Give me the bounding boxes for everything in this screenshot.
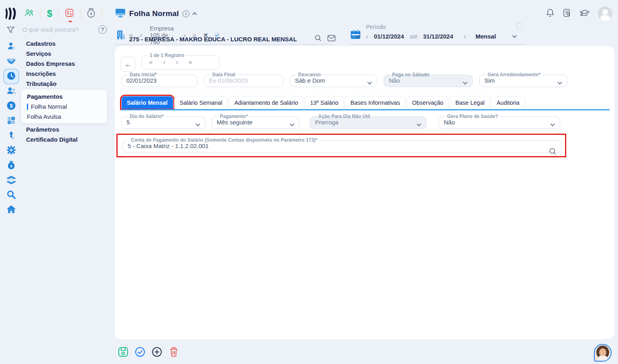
- tab-13-salario[interactable]: 13º Salário: [305, 96, 344, 109]
- dia-salario-value[interactable]: 5: [126, 119, 200, 126]
- prev-period-button[interactable]: ‹: [366, 33, 368, 40]
- sidebar-item-cadastros[interactable]: Cadastros: [26, 39, 110, 49]
- sidebar-item-inscricoes[interactable]: Inscrições: [26, 69, 110, 79]
- rail-search-icon[interactable]: [2, 187, 20, 202]
- rail-user-gear-icon[interactable]: [2, 39, 20, 53]
- sidebar-item-folha-normal[interactable]: Folha Normal: [27, 103, 107, 110]
- sidebar-menu: Cadastros Serviços Dados Empresas Inscri…: [26, 39, 110, 89]
- sidebar-item-pagamentos[interactable]: Pagamentos: [27, 93, 107, 100]
- sidebar-item-parametros[interactable]: Parâmetros: [26, 124, 77, 134]
- tab-auditoria[interactable]: Auditoria: [491, 96, 525, 109]
- sidebar-item-folha-avulsa[interactable]: Folha Avulsa: [27, 113, 107, 120]
- search-placeholder: O que você procura?: [22, 26, 79, 33]
- rail-dollar-circle-icon[interactable]: $: [2, 98, 20, 113]
- period-mode-chevron-icon[interactable]: [512, 33, 516, 38]
- avatar-shirt: [598, 356, 608, 361]
- gera-plano-saude-select[interactable]: Gera Plano de Saúde? Não: [439, 114, 560, 129]
- paga-sabado-value: Não: [389, 77, 468, 84]
- delete-button[interactable]: [167, 345, 181, 359]
- rail-increase-icon[interactable]: [2, 128, 20, 142]
- data-final-field[interactable]: Data Final Ex 01/09/2025: [204, 72, 283, 87]
- conta-pagamento-field[interactable]: Conta de Pagamento do Salário (Somente C…: [122, 137, 562, 153]
- sidebar-item-dados-empresas[interactable]: Dados Empresas: [26, 59, 110, 69]
- tab-adiantamento-salario[interactable]: Adiantamento de Salário: [229, 96, 304, 109]
- dollar-module-icon[interactable]: $: [47, 9, 52, 18]
- sidebar-item-tributacao[interactable]: Tributação: [26, 79, 110, 89]
- tab-salario-semanal[interactable]: Salário Semanal: [174, 96, 228, 109]
- page-title-bar: Folha Normal i: [115, 8, 196, 19]
- help-icon[interactable]: ?: [98, 25, 107, 34]
- period-start-date[interactable]: 01/12/2024: [374, 33, 404, 40]
- people-module-icon[interactable]: [24, 8, 35, 19]
- rail-moneybag-icon[interactable]: $: [2, 157, 20, 172]
- notifications-bell-icon[interactable]: [546, 8, 555, 19]
- dia-salario-select[interactable]: Dia do Salário* 5: [121, 114, 205, 129]
- envelope-icon[interactable]: [327, 35, 335, 43]
- building-icon: [116, 30, 126, 42]
- sidebar-item-servicos[interactable]: Serviços: [26, 49, 110, 59]
- rail-users-icon[interactable]: [2, 83, 20, 98]
- period-end-date[interactable]: 31/12/2024: [423, 33, 453, 40]
- period-checkbox[interactable]: [516, 23, 522, 29]
- data-final-placeholder[interactable]: Ex 01/09/2025: [209, 77, 278, 84]
- rail-handshake-icon[interactable]: [2, 53, 20, 68]
- conta-search-icon[interactable]: [549, 148, 557, 157]
- paga-sabado-select: Paga no Sábado Não: [384, 72, 473, 87]
- avatar-face: [599, 348, 606, 356]
- period-mode-select[interactable]: Mensal: [476, 33, 496, 40]
- sidebar-search[interactable]: O que você procura? ?: [0, 24, 112, 36]
- rail-clock-icon-active[interactable]: [2, 68, 20, 83]
- rail-layers-icon[interactable]: [2, 172, 20, 187]
- app-logo[interactable]: [6, 8, 16, 21]
- collapse-chevron-icon[interactable]: [192, 12, 197, 16]
- gera-arredondamento-select[interactable]: Gera Arredondamento* Sim: [479, 72, 567, 87]
- tab-salario-mensal[interactable]: Salário Mensal: [121, 96, 173, 109]
- sidebar-item-certificado-digital[interactable]: Certificado Digital: [26, 134, 77, 144]
- last-record-button[interactable]: »: [189, 59, 192, 65]
- support-chat-avatar[interactable]: [594, 344, 612, 362]
- filter-funnel-icon[interactable]: [6, 26, 15, 36]
- tab-observacao[interactable]: Observação: [407, 96, 449, 109]
- pagamento-value[interactable]: Mês seguinte: [217, 119, 295, 126]
- document-search-icon[interactable]: [563, 8, 571, 19]
- gera-arredondamento-value[interactable]: Sim: [484, 77, 562, 84]
- user-avatar[interactable]: [598, 6, 612, 21]
- divider: [40, 8, 42, 19]
- prev-record-button[interactable]: ‹: [163, 59, 165, 65]
- data-inicial-value[interactable]: 02/01/2023: [126, 77, 192, 84]
- descanso-select[interactable]: Descanso Sáb e Dom: [290, 72, 377, 87]
- first-record-button[interactable]: «: [149, 59, 152, 65]
- pagamento-select[interactable]: Pagamento* Mês seguinte: [211, 114, 300, 129]
- save-button[interactable]: [116, 345, 130, 359]
- calculator-module-icon[interactable]: [65, 8, 74, 19]
- company-search-icon[interactable]: [315, 35, 322, 43]
- pagamento-label: Pagamento*: [218, 114, 250, 119]
- form-row-2: Dia do Salário* 5 Pagamento* Mês seguint…: [121, 114, 560, 129]
- app-window: $ $ Folha Norma: [0, 0, 618, 364]
- active-indicator-bar: [27, 104, 28, 110]
- next-record-button[interactable]: ›: [176, 59, 178, 65]
- conta-pagamento-label: Conta de Pagamento do Salário (Somente C…: [129, 137, 319, 143]
- add-button[interactable]: [150, 345, 164, 359]
- next-period-button[interactable]: ›: [464, 33, 466, 40]
- tab-underline: [121, 109, 610, 110]
- svg-text:=: =: [12, 121, 14, 124]
- education-cap-icon[interactable]: [579, 8, 590, 19]
- acao-dia-nao-util-select: Ação Para Dia Não Útil Prorroga: [310, 114, 427, 129]
- tab-bases-informativas[interactable]: Bases Informativas: [345, 96, 405, 109]
- rail-gear-icon[interactable]: [2, 142, 20, 157]
- rail-home-icon[interactable]: [2, 202, 20, 217]
- back-button[interactable]: ←: [120, 57, 136, 72]
- gera-plano-saude-value[interactable]: Não: [444, 119, 555, 126]
- paga-sabado-label: Paga no Sábado: [390, 72, 431, 77]
- svg-text:$: $: [90, 12, 92, 16]
- descanso-value[interactable]: Sáb e Dom: [295, 77, 372, 84]
- confirm-button[interactable]: [133, 345, 147, 359]
- rail-calculator-icon[interactable]: + − × =: [2, 113, 20, 128]
- period-label: Período: [366, 24, 386, 30]
- moneybag-module-icon[interactable]: $: [87, 8, 96, 20]
- conta-pagamento-value[interactable]: 5 - Caixa Matriz - 1.1.2.02.001: [128, 142, 557, 149]
- tab-base-legal[interactable]: Base Legal: [450, 96, 490, 109]
- data-inicial-field[interactable]: Data Inicial* 02/01/2023: [121, 72, 197, 87]
- info-icon[interactable]: i: [183, 10, 189, 17]
